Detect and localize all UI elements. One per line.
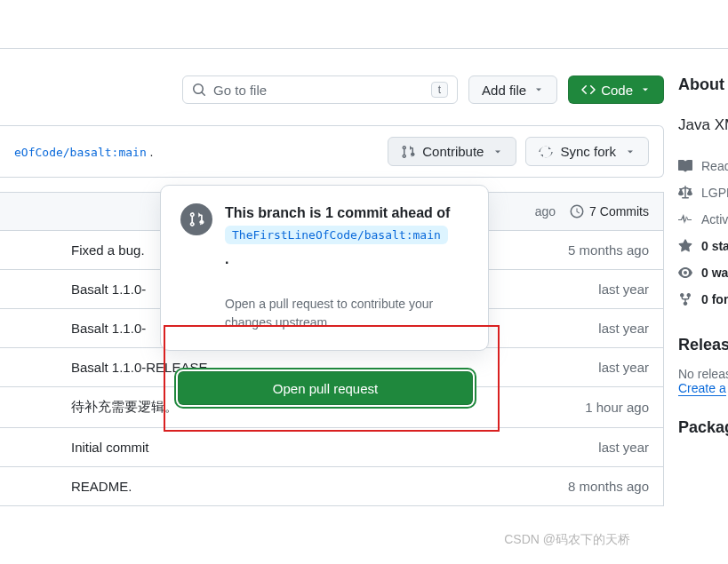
- list-item[interactable]: README.8 months ago: [0, 466, 663, 505]
- no-releases-text: No releases: [678, 367, 728, 381]
- license-link[interactable]: LGPL: [678, 179, 728, 206]
- commit-time: last year: [598, 321, 649, 336]
- law-icon: [678, 186, 692, 200]
- chevron-down-icon: [625, 147, 636, 157]
- about-description: Java XMPP Library: [678, 114, 728, 137]
- stars-count[interactable]: 0 stars: [678, 233, 728, 259]
- book-icon: [678, 159, 692, 173]
- header-ago: ago: [535, 204, 556, 218]
- search-input[interactable]: [213, 83, 431, 98]
- popover-period: .: [225, 250, 450, 269]
- activity-link[interactable]: Activity: [678, 206, 728, 233]
- search-icon: [192, 83, 206, 97]
- history-icon: [570, 204, 584, 218]
- chevron-down-icon: [533, 84, 544, 95]
- forks-count[interactable]: 0 forks: [678, 286, 728, 313]
- commit-message: Initial commit: [14, 440, 149, 455]
- commit-time: last year: [598, 360, 649, 375]
- watermark: CSDN @码农下的天桥: [504, 532, 630, 548]
- repo-forked-icon: [678, 292, 692, 306]
- pulse-icon: [678, 212, 692, 226]
- popover-description: Open a pull request to contribute your c…: [225, 295, 468, 332]
- add-file-label: Add file: [482, 83, 526, 98]
- sidebar: About Java XMPP Library Readme LGPL Acti…: [678, 75, 728, 506]
- commits-link[interactable]: 7 Commits: [570, 204, 649, 218]
- pull-request-avatar-icon: [180, 203, 212, 235]
- commit-time: 5 months ago: [568, 242, 649, 258]
- watching-count[interactable]: 0 watching: [678, 259, 728, 286]
- commit-message: README.: [14, 479, 132, 494]
- commit-time: last year: [598, 282, 649, 297]
- popover-title: This branch is 1 commit ahead of: [225, 203, 450, 223]
- code-button[interactable]: Code: [568, 75, 664, 104]
- code-icon: [581, 83, 596, 97]
- commit-time: last year: [598, 440, 649, 455]
- readme-link[interactable]: Readme: [678, 153, 728, 179]
- commit-time: 1 hour ago: [585, 400, 649, 415]
- chevron-down-icon: [492, 147, 503, 157]
- chevron-down-icon: [640, 84, 651, 95]
- sync-fork-button[interactable]: Sync fork: [525, 137, 649, 166]
- sync-fork-label: Sync fork: [560, 144, 616, 159]
- eye-icon: [678, 266, 692, 280]
- file-search[interactable]: t: [182, 75, 458, 104]
- sync-icon: [539, 145, 553, 159]
- search-kbd: t: [431, 82, 448, 98]
- commit-message: Basalt 1.1.0-: [14, 321, 146, 336]
- commit-message: 待补充需要逻辑。: [14, 399, 178, 416]
- create-release-link[interactable]: Create a: [678, 381, 726, 396]
- list-item[interactable]: Initial commitlast year: [0, 427, 663, 466]
- commit-message: Fixed a bug.: [14, 242, 145, 258]
- contribute-label: Contribute: [422, 144, 484, 159]
- star-icon: [678, 239, 692, 253]
- branch-ref: eOfCode/basalt:main: [14, 146, 147, 159]
- about-heading: About: [678, 75, 728, 94]
- git-pull-request-icon: [401, 145, 415, 159]
- open-pr-label: Open pull request: [273, 381, 378, 396]
- branch-info-bar: eOfCode/basalt:main . Contribute Sync fo…: [0, 125, 664, 178]
- packages-heading: Packages: [678, 418, 728, 437]
- code-label: Code: [601, 83, 633, 98]
- commit-message: Basalt 1.1.0-: [14, 282, 146, 297]
- open-pull-request-button[interactable]: Open pull request: [178, 371, 473, 405]
- commit-time: 8 months ago: [568, 479, 649, 494]
- contribute-button[interactable]: Contribute: [388, 137, 516, 166]
- popover-branch-pill[interactable]: TheFirstLineOfCode/basalt:main: [225, 226, 448, 244]
- commits-count: 7 Commits: [589, 204, 649, 218]
- contribute-popover: This branch is 1 commit ahead of TheFirs…: [160, 185, 489, 351]
- releases-heading: Releases: [678, 336, 728, 354]
- add-file-button[interactable]: Add file: [468, 75, 557, 104]
